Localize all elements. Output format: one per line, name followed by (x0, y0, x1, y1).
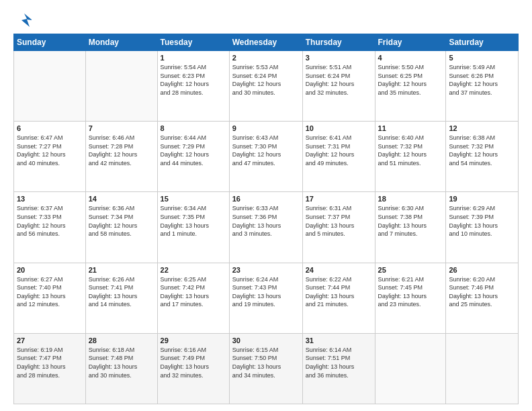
day-info: Sunrise: 6:36 AM Sunset: 7:34 PM Dayligh… (89, 204, 154, 238)
day-cell: 14Sunrise: 6:36 AM Sunset: 7:34 PM Dayli… (85, 192, 157, 263)
day-info: Sunrise: 6:22 AM Sunset: 7:44 PM Dayligh… (306, 275, 372, 309)
logo (13, 11, 34, 27)
page: SundayMondayTuesdayWednesdayThursdayFrid… (0, 0, 532, 411)
day-cell: 9Sunrise: 6:43 AM Sunset: 7:30 PM Daylig… (229, 122, 302, 192)
day-info: Sunrise: 6:37 AM Sunset: 7:33 PM Dayligh… (17, 204, 83, 238)
weekday-header-sunday: Sunday (14, 34, 86, 51)
day-info: Sunrise: 6:47 AM Sunset: 7:27 PM Dayligh… (17, 134, 83, 167)
day-cell: 2Sunrise: 5:53 AM Sunset: 6:24 PM Daylig… (229, 51, 302, 122)
day-number: 10 (306, 124, 372, 132)
day-cell: 21Sunrise: 6:26 AM Sunset: 7:41 PM Dayli… (85, 263, 157, 333)
day-number: 23 (232, 266, 300, 274)
day-number: 8 (161, 124, 226, 132)
day-number: 31 (306, 336, 372, 345)
logo-bird-icon (15, 11, 34, 30)
day-info: Sunrise: 6:43 AM Sunset: 7:30 PM Dayligh… (232, 134, 300, 167)
week-row-3: 13Sunrise: 6:37 AM Sunset: 7:33 PM Dayli… (14, 192, 519, 263)
weekday-header-tuesday: Tuesday (157, 34, 229, 51)
day-number: 3 (306, 54, 372, 62)
day-cell: 20Sunrise: 6:27 AM Sunset: 7:40 PM Dayli… (14, 263, 86, 333)
day-cell: 17Sunrise: 6:31 AM Sunset: 7:37 PM Dayli… (302, 192, 375, 263)
weekday-header-thursday: Thursday (302, 34, 375, 51)
day-cell: 15Sunrise: 6:34 AM Sunset: 7:35 PM Dayli… (157, 192, 229, 263)
day-info: Sunrise: 6:14 AM Sunset: 7:51 PM Dayligh… (306, 346, 372, 379)
day-info: Sunrise: 6:26 AM Sunset: 7:41 PM Dayligh… (89, 275, 154, 309)
day-info: Sunrise: 6:16 AM Sunset: 7:49 PM Dayligh… (161, 346, 226, 379)
day-cell: 25Sunrise: 6:21 AM Sunset: 7:45 PM Dayli… (375, 263, 446, 333)
day-cell: 11Sunrise: 6:40 AM Sunset: 7:32 PM Dayli… (375, 122, 446, 192)
day-number: 4 (378, 54, 443, 62)
week-row-1: 1Sunrise: 5:54 AM Sunset: 6:23 PM Daylig… (14, 51, 519, 122)
day-cell: 18Sunrise: 6:30 AM Sunset: 7:38 PM Dayli… (375, 192, 446, 263)
logo-line1 (13, 11, 34, 30)
day-number: 17 (306, 195, 372, 203)
day-cell: 23Sunrise: 6:24 AM Sunset: 7:43 PM Dayli… (229, 263, 302, 333)
day-cell: 22Sunrise: 6:25 AM Sunset: 7:42 PM Dayli… (157, 263, 229, 333)
day-info: Sunrise: 6:27 AM Sunset: 7:40 PM Dayligh… (17, 275, 83, 309)
day-number: 9 (232, 124, 300, 132)
day-number: 26 (449, 266, 515, 274)
day-number: 7 (89, 124, 154, 132)
day-number: 16 (232, 195, 300, 203)
day-cell: 4Sunrise: 5:50 AM Sunset: 6:25 PM Daylig… (375, 51, 446, 122)
day-cell: 19Sunrise: 6:29 AM Sunset: 7:39 PM Dayli… (446, 192, 519, 263)
day-cell (446, 333, 519, 404)
day-info: Sunrise: 6:15 AM Sunset: 7:50 PM Dayligh… (232, 346, 300, 379)
day-cell: 28Sunrise: 6:18 AM Sunset: 7:48 PM Dayli… (85, 333, 157, 404)
svg-marker-0 (21, 13, 32, 27)
day-number: 24 (306, 266, 372, 274)
day-info: Sunrise: 5:54 AM Sunset: 6:23 PM Dayligh… (161, 63, 226, 97)
day-cell (375, 333, 446, 404)
calendar-table: SundayMondayTuesdayWednesdayThursdayFrid… (13, 34, 519, 404)
calendar: SundayMondayTuesdayWednesdayThursdayFrid… (13, 34, 519, 404)
day-cell: 1Sunrise: 5:54 AM Sunset: 6:23 PM Daylig… (157, 51, 229, 122)
day-info: Sunrise: 6:25 AM Sunset: 7:42 PM Dayligh… (161, 275, 226, 309)
day-number: 15 (161, 195, 226, 203)
weekday-header-saturday: Saturday (446, 34, 519, 51)
day-number: 30 (232, 336, 300, 345)
day-number: 12 (449, 124, 515, 132)
day-cell: 24Sunrise: 6:22 AM Sunset: 7:44 PM Dayli… (302, 263, 375, 333)
day-info: Sunrise: 6:44 AM Sunset: 7:29 PM Dayligh… (161, 134, 226, 167)
day-info: Sunrise: 5:53 AM Sunset: 6:24 PM Dayligh… (232, 63, 300, 97)
day-cell (14, 51, 86, 122)
day-number: 18 (378, 195, 443, 203)
day-info: Sunrise: 6:21 AM Sunset: 7:45 PM Dayligh… (378, 275, 443, 309)
header (13, 11, 519, 27)
day-cell: 12Sunrise: 6:38 AM Sunset: 7:32 PM Dayli… (446, 122, 519, 192)
day-number: 14 (89, 195, 154, 203)
day-info: Sunrise: 6:24 AM Sunset: 7:43 PM Dayligh… (232, 275, 300, 309)
day-cell (85, 51, 157, 122)
day-info: Sunrise: 6:29 AM Sunset: 7:39 PM Dayligh… (449, 204, 515, 238)
day-number: 13 (17, 195, 83, 203)
day-number: 6 (17, 124, 83, 132)
day-cell: 3Sunrise: 5:51 AM Sunset: 6:24 PM Daylig… (302, 51, 375, 122)
day-cell: 13Sunrise: 6:37 AM Sunset: 7:33 PM Dayli… (14, 192, 86, 263)
day-info: Sunrise: 6:40 AM Sunset: 7:32 PM Dayligh… (378, 134, 443, 167)
day-info: Sunrise: 6:46 AM Sunset: 7:28 PM Dayligh… (89, 134, 154, 167)
day-number: 28 (89, 336, 154, 345)
day-info: Sunrise: 6:33 AM Sunset: 7:36 PM Dayligh… (232, 204, 300, 238)
day-number: 21 (89, 266, 154, 274)
weekday-header-wednesday: Wednesday (229, 34, 302, 51)
day-number: 2 (232, 54, 300, 62)
day-cell: 5Sunrise: 5:49 AM Sunset: 6:26 PM Daylig… (446, 51, 519, 122)
day-info: Sunrise: 6:18 AM Sunset: 7:48 PM Dayligh… (89, 346, 154, 379)
day-info: Sunrise: 6:20 AM Sunset: 7:46 PM Dayligh… (449, 275, 515, 309)
day-number: 27 (17, 336, 83, 345)
week-row-4: 20Sunrise: 6:27 AM Sunset: 7:40 PM Dayli… (14, 263, 519, 333)
weekday-header-monday: Monday (85, 34, 157, 51)
day-info: Sunrise: 5:51 AM Sunset: 6:24 PM Dayligh… (306, 63, 372, 97)
weekday-header-friday: Friday (375, 34, 446, 51)
day-cell: 16Sunrise: 6:33 AM Sunset: 7:36 PM Dayli… (229, 192, 302, 263)
day-info: Sunrise: 6:31 AM Sunset: 7:37 PM Dayligh… (306, 204, 372, 238)
day-cell: 27Sunrise: 6:19 AM Sunset: 7:47 PM Dayli… (14, 333, 86, 404)
day-number: 22 (161, 266, 226, 274)
day-info: Sunrise: 6:38 AM Sunset: 7:32 PM Dayligh… (449, 134, 515, 167)
day-cell: 6Sunrise: 6:47 AM Sunset: 7:27 PM Daylig… (14, 122, 86, 192)
day-cell: 29Sunrise: 6:16 AM Sunset: 7:49 PM Dayli… (157, 333, 229, 404)
day-number: 29 (161, 336, 226, 345)
day-number: 25 (378, 266, 443, 274)
day-cell: 26Sunrise: 6:20 AM Sunset: 7:46 PM Dayli… (446, 263, 519, 333)
day-number: 1 (161, 54, 226, 62)
